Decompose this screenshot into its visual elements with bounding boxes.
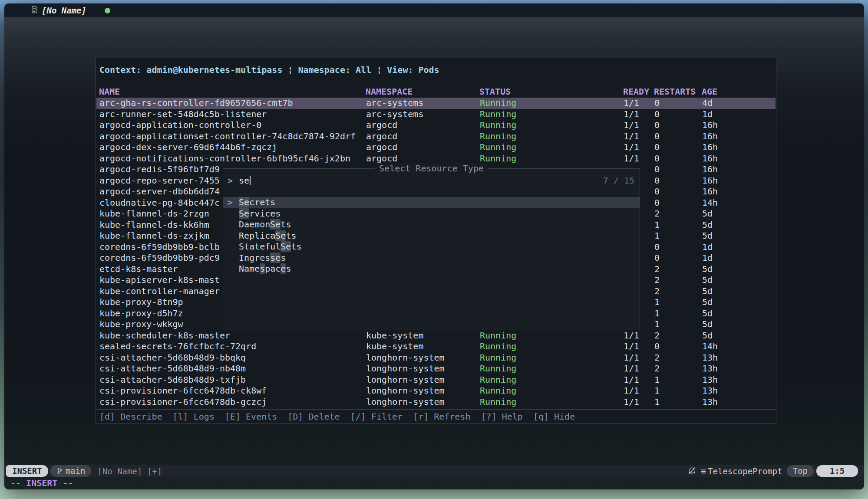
cell-name: kube-flannel-ds-2rzgn — [99, 208, 209, 220]
cell-restarts: 0 — [654, 186, 660, 197]
cell-restarts: 0 — [654, 109, 660, 120]
telescope-picker: Select Resource Type > se 7 / 15 >Secret… — [223, 168, 640, 329]
table-row[interactable]: argocd-dex-server-69d6f44b6f-zqczjargocd… — [96, 142, 776, 153]
cell-namespace: longhorn-system — [366, 363, 445, 374]
cell-restarts: 1 — [654, 230, 660, 242]
cell-status: Running — [480, 131, 516, 142]
table-row[interactable]: kube-scheduler-k8s-masterkube-systemRunn… — [96, 330, 776, 341]
table-row[interactable]: sealed-secrets-76fcfbcfc-72qrdkube-syste… — [96, 341, 776, 352]
column-header-ready: READY — [623, 86, 649, 97]
table-header: NAMENAMESPACESTATUSREADYRESTARTSAGE — [96, 86, 776, 97]
tabline: [No Name] — [4, 3, 864, 17]
cell-restarts: 0 — [654, 197, 660, 209]
cell-age: 13h — [702, 374, 718, 386]
cell-name: cloudnative-pg-84bc447c — [99, 197, 220, 209]
table-row[interactable]: csi-provisioner-6fcc6478db-gczcjlonghorn… — [96, 397, 776, 408]
table-row[interactable]: csi-provisioner-6fcc6478db-ck8wflonghorn… — [96, 385, 776, 397]
cell-name: kube-proxy-d5h7z — [99, 308, 183, 319]
cell-name: kube-scheduler-k8s-master — [99, 330, 230, 341]
hint-help: [?] Help — [481, 411, 523, 422]
cell-namespace: kube-system — [366, 341, 423, 352]
cell-restarts: 2 — [654, 275, 660, 286]
cell-status: Running — [480, 98, 516, 109]
cell-restarts: 1 — [654, 308, 660, 319]
keybind-hints: [d] Describe[l] Logs[E] Events[D] Delete… — [99, 410, 585, 423]
cell-restarts: 1 — [654, 385, 660, 397]
picker-item[interactable]: >Secrets — [223, 197, 640, 208]
picker-results: >SecretsServicesDaemonSetsReplicaSetsSta… — [223, 197, 640, 329]
picker-item[interactable]: Namespaces — [223, 263, 640, 275]
cell-age: 13h — [702, 363, 718, 374]
prompt-input[interactable]: se — [239, 174, 249, 187]
cell-age: 5d — [702, 286, 713, 297]
cell-restarts: 1 — [654, 374, 660, 386]
hints-divider — [96, 409, 776, 410]
picker-item[interactable]: Ingresses — [223, 253, 640, 264]
cell-restarts: 2 — [654, 352, 660, 364]
cell-status: Running — [480, 374, 516, 386]
mode-indicator: INSERT — [6, 465, 48, 477]
tab-no-name[interactable]: [No Name] — [31, 3, 86, 17]
cell-age: 16h — [702, 153, 718, 164]
picker-item[interactable]: StatefulSets — [223, 241, 640, 253]
picker-item-label: Namespaces — [239, 263, 291, 275]
cell-namespace: argocd — [366, 142, 397, 153]
cell-restarts: 1 — [654, 220, 660, 231]
cell-status: Running — [480, 120, 516, 131]
table-row[interactable]: csi-attacher-5d68b48d9-nb48mlonghorn-sys… — [96, 363, 776, 374]
cell-restarts: 2 — [654, 363, 660, 374]
cell-name: argocd-application-controller-0 — [99, 120, 261, 131]
table-row[interactable]: arc-runner-set-548d4c5b-listenerarc-syst… — [96, 109, 776, 120]
cell-name: arc-runner-set-548d4c5b-listener — [99, 109, 267, 120]
cell-restarts: 2 — [654, 330, 660, 341]
modified-indicator-dot — [105, 8, 110, 13]
picker-item[interactable]: ReplicaSets — [223, 230, 640, 242]
cell-age: 5d — [702, 230, 713, 242]
cell-namespace: arc-systems — [366, 109, 423, 120]
picker-item-label: DaemonSets — [239, 219, 291, 230]
cell-age: 14h — [702, 341, 718, 352]
cell-name: csi-attacher-5d68b48d9-bbqkq — [99, 352, 246, 364]
cell-name: arc-gha-rs-controller-fd9657656-cmt7b — [99, 98, 293, 109]
git-branch-name: main — [66, 465, 86, 477]
cell-restarts: 0 — [654, 120, 660, 131]
cell-ready: 1/1 — [624, 142, 639, 153]
table-row[interactable]: csi-attacher-5d68b48d9-bbqkqlonghorn-sys… — [96, 352, 776, 364]
cell-age: 5d — [702, 330, 713, 341]
cell-restarts: 0 — [654, 175, 660, 187]
cell-restarts: 2 — [654, 264, 660, 275]
hint-describe: [d] Describe — [99, 411, 162, 422]
picker-prompt[interactable]: > se 7 / 15 — [223, 174, 640, 187]
active-component-segment: ≡TelescopePrompt — [701, 466, 782, 476]
column-header-status: STATUS — [479, 86, 511, 97]
cell-age: 5d — [702, 319, 713, 330]
table-row[interactable]: csi-attacher-5d68b48d9-txfjblonghorn-sys… — [96, 374, 776, 386]
column-header-namespace: NAMESPACE — [366, 86, 413, 97]
cell-name: sealed-secrets-76fcfbcfc-72qrd — [99, 341, 256, 352]
picker-item-label: ReplicaSets — [239, 230, 296, 242]
cell-namespace: argocd — [366, 120, 397, 131]
table-row[interactable]: argocd-applicationset-controller-74c8dc7… — [96, 131, 776, 142]
bell-muted-icon — [687, 466, 696, 476]
cell-restarts: 0 — [654, 131, 660, 142]
cell-ready: 1/1 — [624, 352, 639, 364]
picker-item[interactable]: Services — [223, 208, 640, 220]
git-branch-segment: main — [50, 465, 92, 477]
table-row[interactable]: argocd-application-controller-0argocdRun… — [96, 120, 776, 131]
cell-name: coredns-6f59db9bb9-bclb — [99, 242, 220, 253]
picker-item[interactable]: DaemonSets — [223, 219, 640, 230]
cell-age: 5d — [702, 264, 713, 275]
desktop-wallpaper: [No Name] Context: admin@kubernetes-mult… — [0, 0, 868, 499]
cell-namespace: longhorn-system — [366, 374, 445, 386]
cell-age: 1d — [702, 253, 713, 264]
table-row[interactable]: arc-gha-rs-controller-fd9657656-cmt7barc… — [96, 98, 776, 109]
cell-ready: 1/1 — [624, 109, 639, 120]
match-counter: 7 / 15 — [603, 174, 634, 187]
cell-ready: 1/1 — [624, 120, 639, 131]
active-component: TelescopePrompt — [708, 466, 782, 476]
file-label: [No Name] [+] — [97, 466, 162, 476]
cell-ready: 1/1 — [624, 131, 639, 142]
table-row[interactable]: argocd-notifications-controller-6bfb95cf… — [96, 153, 776, 164]
cell-restarts: 0 — [654, 253, 660, 264]
cell-status: Running — [480, 153, 516, 164]
